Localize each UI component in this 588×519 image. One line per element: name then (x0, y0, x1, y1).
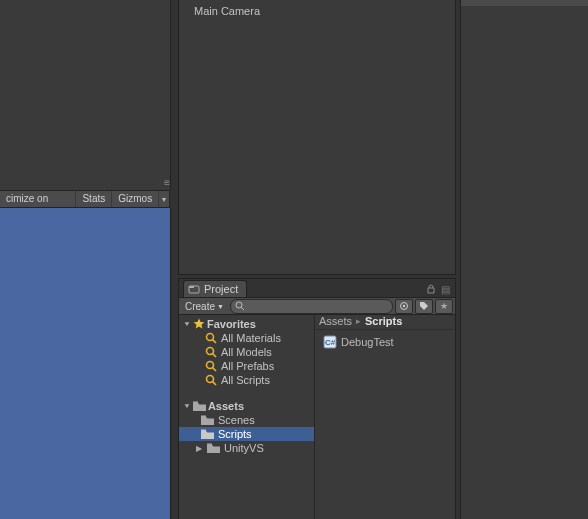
stats-button[interactable]: Stats (76, 191, 112, 207)
foldout-triangle-icon[interactable]: ▶ (195, 444, 203, 453)
svg-rect-17 (207, 443, 212, 445)
game-toolbar: cimize on Play Stats Gizmos ▾ (0, 190, 170, 208)
svg-point-12 (207, 376, 214, 383)
panel-menu-icon[interactable]: ▤ (439, 283, 451, 295)
favorite-label: All Materials (221, 332, 281, 344)
panel-resize-grip[interactable]: ·≡ (163, 177, 168, 188)
foldout-triangle-icon: ▼ (183, 402, 191, 409)
search-input[interactable] (248, 299, 388, 313)
favorite-label: All Models (221, 346, 272, 358)
project-content: Assets ▸ Scripts C#DebugTest (315, 313, 455, 519)
svg-point-8 (207, 348, 214, 355)
svg-rect-16 (201, 429, 206, 431)
assets-header[interactable]: ▼ Assets (179, 399, 314, 413)
project-panel: Project ▤ Create ▼ (178, 278, 456, 519)
hierarchy-item[interactable]: Main Camera (194, 5, 260, 17)
svg-point-2 (236, 302, 242, 308)
search-field-wrap[interactable] (230, 299, 393, 314)
breadcrumb-root[interactable]: Assets (319, 315, 352, 327)
folder-label: UnityVS (224, 442, 264, 454)
file-label: DebugTest (341, 336, 394, 348)
folder-item[interactable]: Scenes (179, 413, 314, 427)
favorites-header[interactable]: ▼ Favorites (179, 317, 314, 331)
lock-icon[interactable] (425, 283, 437, 295)
favorites-label: Favorites (207, 318, 256, 330)
favorite-item[interactable]: All Scripts (179, 373, 314, 387)
breadcrumb-current[interactable]: Scripts (365, 315, 402, 327)
favorite-item[interactable]: All Materials (179, 331, 314, 345)
folder-icon (207, 443, 220, 454)
svg-rect-15 (201, 415, 206, 417)
svg-point-10 (207, 362, 214, 369)
svg-text:C#: C# (325, 338, 336, 347)
project-icon (188, 283, 200, 295)
project-tab-label: Project (204, 283, 238, 295)
chevron-down-icon: ▼ (217, 303, 224, 310)
folder-item[interactable]: ▶UnityVS (179, 441, 314, 455)
search-icon (205, 332, 217, 344)
maximize-on-play-button[interactable]: cimize on Play (0, 191, 76, 207)
search-by-label-button[interactable] (415, 299, 433, 314)
search-icon (205, 360, 217, 372)
favorite-label: All Scripts (221, 374, 270, 386)
breadcrumb: Assets ▸ Scripts (315, 313, 455, 330)
search-icon (205, 346, 217, 358)
svg-rect-14 (193, 401, 198, 403)
favorite-label: All Prefabs (221, 360, 274, 372)
svg-rect-1 (189, 286, 194, 288)
gizmos-dropdown-caret[interactable]: ▾ (159, 195, 169, 204)
search-icon (235, 301, 245, 311)
assets-label: Assets (208, 400, 244, 412)
folder-label: Scenes (218, 414, 255, 426)
left-panel: ·≡ (0, 0, 171, 190)
project-tree: ▼ Favorites All MaterialsAll ModelsAll P… (179, 313, 315, 519)
create-button[interactable]: Create ▼ (181, 301, 228, 312)
star-icon (193, 318, 205, 330)
svg-line-3 (241, 307, 244, 310)
project-tab-row: Project ▤ (179, 279, 455, 297)
file-item[interactable]: C#DebugTest (319, 334, 451, 350)
hierarchy-panel: Main Camera (178, 0, 456, 275)
save-search-button[interactable]: ★ (435, 299, 453, 314)
inspector-panel (460, 6, 588, 519)
folder-label: Scripts (218, 428, 252, 440)
svg-line-7 (213, 340, 216, 343)
svg-line-11 (213, 368, 216, 371)
search-by-type-button[interactable] (395, 299, 413, 314)
folder-icon (201, 429, 214, 440)
breadcrumb-separator-icon: ▸ (356, 316, 361, 326)
game-view[interactable] (0, 208, 171, 519)
favorite-item[interactable]: All Prefabs (179, 359, 314, 373)
svg-line-13 (213, 382, 216, 385)
csharp-script-icon: C# (323, 335, 337, 349)
svg-point-5 (403, 305, 405, 307)
folder-icon (193, 401, 206, 412)
svg-line-9 (213, 354, 216, 357)
foldout-triangle-icon: ▼ (183, 320, 191, 327)
folder-item[interactable]: Scripts (179, 427, 314, 441)
folder-icon (201, 415, 214, 426)
favorite-item[interactable]: All Models (179, 345, 314, 359)
svg-point-6 (207, 334, 214, 341)
create-label: Create (185, 301, 215, 312)
gizmos-button[interactable]: Gizmos (112, 191, 159, 207)
search-icon (205, 374, 217, 386)
project-tab[interactable]: Project (183, 280, 247, 297)
